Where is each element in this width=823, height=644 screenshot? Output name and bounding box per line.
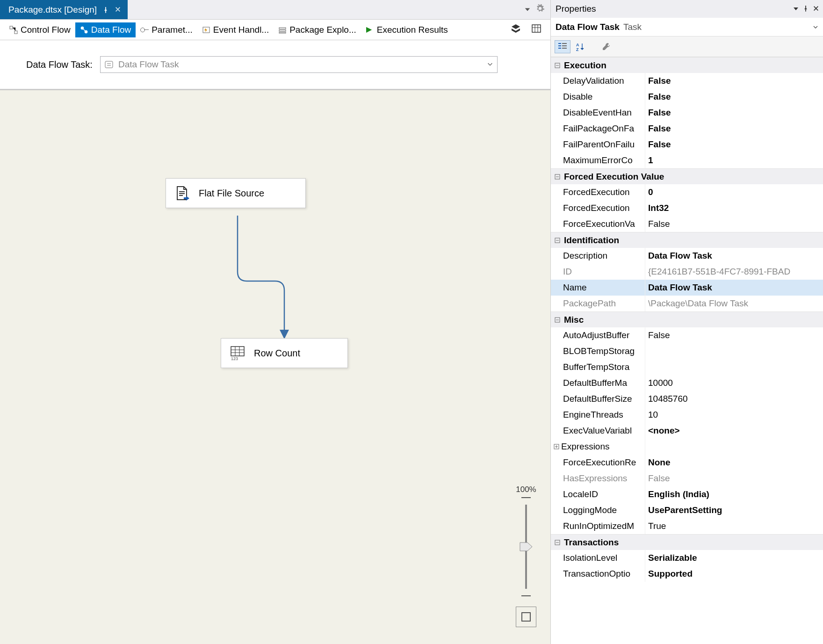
property-row[interactable]: DefaultBufferMa10000 <box>551 375 823 391</box>
property-category[interactable]: Transactions <box>551 534 823 550</box>
tab-package-explorer[interactable]: Package Explo... <box>274 22 361 37</box>
property-row[interactable]: MaximumErrorCo1 <box>551 152 823 168</box>
node-flat-file-source[interactable]: Flat File Source <box>166 178 306 208</box>
property-value[interactable]: \Package\Data Flow Task <box>645 296 823 311</box>
property-row[interactable]: DefaultBufferSize10485760 <box>551 391 823 407</box>
property-value[interactable]: 10 <box>645 407 823 423</box>
property-value[interactable]: False <box>645 105 823 121</box>
svg-text:123: 123 <box>231 356 238 361</box>
pin-icon[interactable] <box>102 7 109 13</box>
property-row[interactable]: IsolationLevelSerializable <box>551 550 823 566</box>
property-row[interactable]: DelayValidationFalse <box>551 73 823 89</box>
property-category[interactable]: Execution <box>551 57 823 73</box>
tab-overflow-dropdown-icon[interactable] <box>524 5 531 15</box>
property-row[interactable]: ForceExecutionReNone <box>551 455 823 470</box>
zoom-thumb-icon[interactable] <box>520 542 533 554</box>
property-value[interactable]: False <box>645 89 823 105</box>
panel-close-icon[interactable] <box>813 4 819 14</box>
property-row[interactable]: NameData Flow Task <box>551 280 823 296</box>
property-row[interactable]: ForceExecutionVaFalse <box>551 216 823 232</box>
zoom-fit-button[interactable] <box>516 607 536 627</box>
property-row[interactable]: BufferTempStora <box>551 359 823 375</box>
property-value[interactable]: Int32 <box>645 200 823 216</box>
property-row[interactable]: Expressions <box>551 439 823 455</box>
property-row[interactable]: FailParentOnFailuFalse <box>551 137 823 152</box>
property-value[interactable] <box>645 343 823 359</box>
property-value[interactable]: 10485760 <box>645 391 823 407</box>
categorized-view-button[interactable] <box>555 40 570 53</box>
close-tab-icon[interactable] <box>115 5 121 15</box>
property-category[interactable]: Misc <box>551 311 823 327</box>
property-row[interactable]: ForcedExecutionInt32 <box>551 200 823 216</box>
collapse-icon[interactable] <box>554 62 561 69</box>
property-value[interactable] <box>645 359 823 375</box>
node-row-count[interactable]: 123 Row Count <box>221 338 348 368</box>
property-value[interactable]: <none> <box>645 423 823 439</box>
data-flow-task-dropdown[interactable]: Data Flow Task <box>100 56 498 73</box>
property-value[interactable]: 1 <box>645 152 823 168</box>
property-value[interactable]: Supported <box>645 566 823 582</box>
alphabetical-view-button[interactable]: AZ <box>572 40 588 53</box>
property-value[interactable]: English (India) <box>645 486 823 502</box>
property-row[interactable]: LoggingModeUseParentSetting <box>551 502 823 518</box>
tab-event-handlers[interactable]: Event Handl... <box>197 22 274 37</box>
variables-icon[interactable] <box>531 23 542 36</box>
collapse-icon[interactable] <box>554 539 561 546</box>
property-value[interactable]: False <box>645 137 823 152</box>
property-row[interactable]: RunInOptimizedMTrue <box>551 518 823 534</box>
property-row[interactable]: FailPackageOnFaFalse <box>551 121 823 137</box>
property-row[interactable]: ForcedExecution0 <box>551 184 823 200</box>
property-row[interactable]: ExecValueVariabl<none> <box>551 423 823 439</box>
zoom-slider[interactable] <box>525 505 527 589</box>
property-row[interactable]: DescriptionData Flow Task <box>551 248 823 264</box>
property-value[interactable]: Data Flow Task <box>645 280 823 296</box>
properties-grid[interactable]: ExecutionDelayValidationFalseDisableFals… <box>551 57 823 644</box>
property-pages-button[interactable] <box>599 40 614 53</box>
designer-view-tabs: Control Flow Data Flow Paramet... Event … <box>0 20 550 40</box>
property-row[interactable]: PackagePath\Package\Data Flow Task <box>551 296 823 311</box>
toolbox-icon[interactable] <box>510 23 521 36</box>
tab-label: Execution Results <box>377 25 448 35</box>
property-value[interactable]: None <box>645 455 823 470</box>
collapse-icon[interactable] <box>554 173 561 181</box>
property-row[interactable]: BLOBTempStorag <box>551 343 823 359</box>
property-value[interactable]: False <box>645 121 823 137</box>
data-flow-task-label: Data Flow Task: <box>26 59 93 70</box>
tab-control-flow[interactable]: Control Flow <box>5 22 75 37</box>
document-tab-active[interactable]: Package.dtsx [Design] <box>0 0 128 19</box>
property-value[interactable]: False <box>645 470 823 486</box>
property-category[interactable]: Identification <box>551 232 823 248</box>
property-row[interactable]: DisableEventHanFalse <box>551 105 823 121</box>
data-flow-connector[interactable] <box>234 216 290 347</box>
tab-parameters[interactable]: Paramet... <box>136 22 197 37</box>
panel-pin-icon[interactable] <box>802 4 809 14</box>
property-row[interactable]: HasExpressionsFalse <box>551 470 823 486</box>
expand-icon[interactable] <box>554 441 559 452</box>
property-row[interactable]: DisableFalse <box>551 89 823 105</box>
property-row[interactable]: AutoAdjustBufferFalse <box>551 327 823 343</box>
property-row[interactable]: TransactionOptioSupported <box>551 566 823 582</box>
collapse-icon[interactable] <box>554 237 561 244</box>
property-value[interactable]: True <box>645 518 823 534</box>
design-canvas[interactable]: Flat File Source 123 R <box>0 89 550 644</box>
collapse-icon[interactable] <box>554 316 561 324</box>
property-value[interactable]: {E24161B7-551B-4FC7-8991-FBAD <box>645 264 823 280</box>
panel-dropdown-icon[interactable] <box>793 4 799 14</box>
tab-execution-results[interactable]: Execution Results <box>361 22 453 37</box>
property-value[interactable]: UseParentSetting <box>645 502 823 518</box>
property-value[interactable]: Data Flow Task <box>645 248 823 264</box>
properties-object-selector[interactable]: Data Flow Task Task <box>551 18 823 36</box>
tab-data-flow[interactable]: Data Flow <box>75 22 136 37</box>
property-value[interactable]: False <box>645 73 823 89</box>
property-value[interactable]: Serializable <box>645 550 823 566</box>
property-value[interactable]: False <box>645 216 823 232</box>
property-category[interactable]: Forced Execution Value <box>551 168 823 184</box>
property-value[interactable]: 10000 <box>645 375 823 391</box>
property-value[interactable] <box>645 439 823 455</box>
property-row[interactable]: EngineThreads10 <box>551 407 823 423</box>
property-value[interactable]: False <box>645 327 823 343</box>
property-row[interactable]: ID{E24161B7-551B-4FC7-8991-FBAD <box>551 264 823 280</box>
settings-gear-icon[interactable] <box>535 4 545 15</box>
property-row[interactable]: LocaleIDEnglish (India) <box>551 486 823 502</box>
property-value[interactable]: 0 <box>645 184 823 200</box>
